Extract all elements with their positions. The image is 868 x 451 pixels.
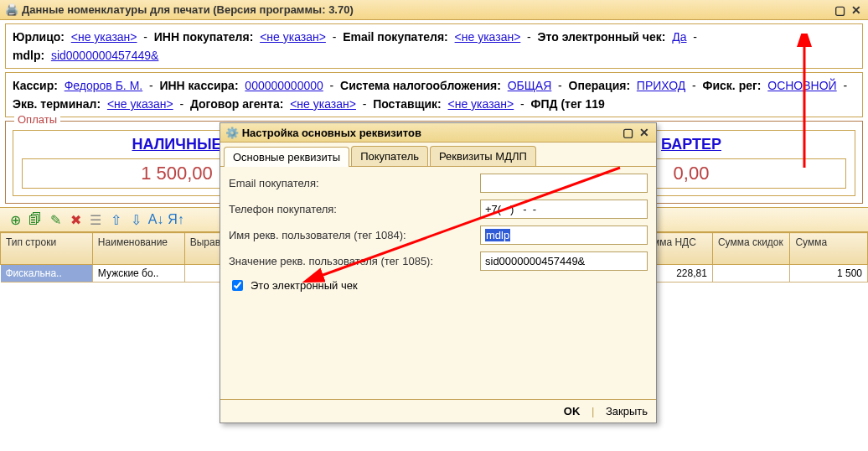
- cell-name: Мужские бо..: [92, 265, 184, 283]
- summary-block-cashier: Кассир: Федоров Б. М. - ИНН кассира: 000…: [5, 72, 863, 117]
- label-fpd: ФПД (тег 119: [531, 97, 605, 111]
- link-mdlp[interactable]: sid0000000457449&: [51, 49, 158, 62]
- summary-block-buyer: Юрлицо: <не указан> - ИНН покупателя: <н…: [5, 23, 863, 69]
- input-reqval[interactable]: [480, 251, 648, 271]
- link-entity[interactable]: <не указан>: [71, 30, 137, 44]
- th-discount[interactable]: Сумма скидок: [712, 233, 790, 265]
- close-button[interactable]: Закрыть: [606, 405, 648, 417]
- link-inn-buyer[interactable]: <не указан>: [260, 30, 326, 44]
- link-agent[interactable]: <не указан>: [290, 97, 356, 111]
- label-echeck: Это электронный чек:: [538, 30, 666, 44]
- dialog-tabs: Основные реквизиты Покупатель Реквизиты …: [220, 143, 656, 167]
- move-down-icon[interactable]: ⇩: [127, 211, 144, 228]
- window-titlebar: 🖨️ Данные номенклатуры для печати (Верси…: [0, 0, 868, 20]
- link-cashier[interactable]: Федоров Б. М.: [65, 79, 143, 92]
- label-op: Операция:: [569, 79, 631, 92]
- tab-buyer[interactable]: Покупатель: [351, 146, 428, 166]
- dialog-icon: ⚙️: [225, 127, 239, 139]
- dialog-titlebar: ⚙️ Настройка основных реквизитов ▢ ✕: [220, 123, 656, 143]
- link-tax[interactable]: ОБЩАЯ: [508, 79, 552, 92]
- input-reqname[interactable]: mdlp: [480, 226, 648, 245]
- link-eqterm[interactable]: <не указан>: [107, 97, 173, 111]
- add-icon[interactable]: ⊕: [7, 211, 23, 228]
- label-supplier: Поставщик:: [373, 97, 442, 111]
- label-tax: Система налогообложения:: [340, 79, 501, 92]
- settings-dialog: ⚙️ Настройка основных реквизитов ▢ ✕ Осн…: [220, 122, 657, 423]
- link-email-buyer[interactable]: <не указан>: [455, 30, 521, 44]
- ok-button[interactable]: OK: [564, 405, 581, 417]
- payments-legend: Оплаты: [14, 113, 60, 126]
- label-reqname: Имя рекв. пользователя (тег 1084):: [229, 229, 480, 241]
- input-email[interactable]: [480, 174, 648, 193]
- edit-icon[interactable]: ✎: [47, 211, 64, 228]
- label-reqval: Значение рекв. пользователя (тег 1085):: [229, 255, 480, 267]
- tab-mdlp[interactable]: Реквизиты МДЛП: [430, 146, 536, 166]
- move-up-icon[interactable]: ⇧: [107, 211, 124, 228]
- copy-icon[interactable]: 🗐: [27, 211, 44, 228]
- link-op[interactable]: ПРИХОД: [637, 79, 685, 92]
- dialog-footer: OK | Закрыть: [220, 399, 656, 422]
- label-agent: Договор агента:: [190, 97, 283, 111]
- delete-icon[interactable]: ✖: [67, 211, 84, 228]
- input-reqname-value: mdlp: [485, 229, 510, 241]
- label-echeck-checkbox: Это электронный чек: [251, 279, 358, 292]
- window-title: Данные номенклатуры для печати (Версия п…: [22, 3, 354, 16]
- label-entity: Юрлицо:: [13, 30, 65, 44]
- sort-desc-icon[interactable]: Я↑: [168, 211, 184, 228]
- label-eqterm: Экв. терминал:: [13, 97, 101, 111]
- th-name[interactable]: Наименование: [92, 233, 184, 265]
- label-email: Email покупателя:: [229, 177, 480, 189]
- app-icon: 🖨️: [5, 3, 18, 17]
- th-sum[interactable]: Сумма: [790, 233, 868, 265]
- dialog-close-icon[interactable]: ✕: [638, 126, 651, 139]
- list-icon[interactable]: ☰: [87, 211, 104, 228]
- label-mdlp: mdlp:: [13, 49, 44, 62]
- checkbox-echeck[interactable]: [232, 280, 243, 291]
- sort-asc-icon[interactable]: А↓: [147, 211, 164, 228]
- link-fiscreg[interactable]: ОСНОВНОЙ: [767, 79, 836, 92]
- input-phone[interactable]: [480, 200, 648, 219]
- maximize-icon[interactable]: ▢: [833, 3, 846, 17]
- th-type[interactable]: Тип строки: [1, 233, 93, 265]
- link-echeck[interactable]: Да: [672, 30, 686, 44]
- dialog-body: Email покупателя: Телефон покупателя: Им…: [220, 167, 656, 399]
- close-icon[interactable]: ✕: [850, 3, 863, 17]
- link-cashier-inn[interactable]: 000000000000: [245, 79, 323, 92]
- label-email-buyer: Email покупателя:: [343, 30, 448, 44]
- cell-sum: 1 500: [790, 265, 868, 283]
- dialog-maximize-icon[interactable]: ▢: [621, 126, 634, 139]
- label-phone: Телефон покупателя:: [229, 203, 480, 215]
- label-inn-buyer: ИНН покупателя:: [154, 30, 254, 44]
- link-supplier[interactable]: <не указан>: [448, 97, 514, 111]
- label-cashier: Кассир:: [13, 79, 58, 92]
- tab-main[interactable]: Основные реквизиты: [224, 147, 349, 167]
- dialog-title: Настройка основных реквизитов: [242, 127, 421, 139]
- label-fiscreg: Фиск. рег:: [703, 79, 762, 92]
- cell-type: Фискальна..: [1, 265, 93, 283]
- label-cashier-inn: ИНН кассира:: [159, 79, 238, 92]
